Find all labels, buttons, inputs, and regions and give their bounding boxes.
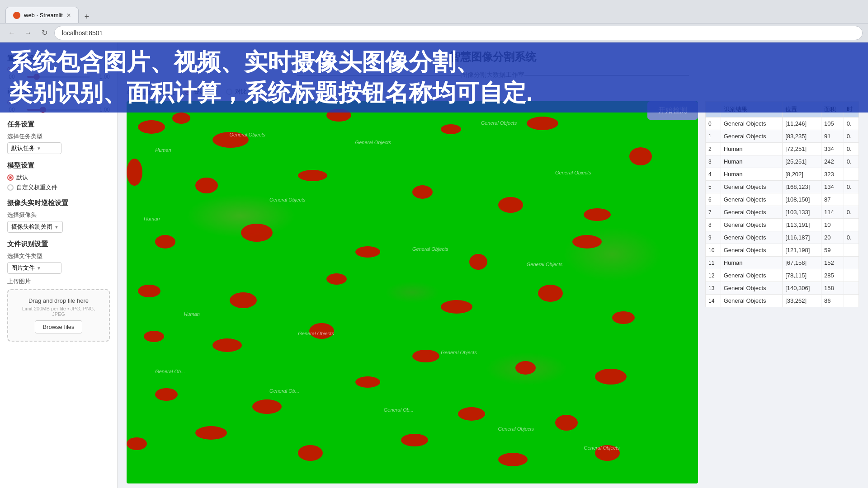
results-panel: 识别结果 位置 面积 时 0 General Objects [11,246] …	[705, 101, 859, 483]
task-dropdown[interactable]: 默认任务 ▼	[7, 142, 61, 154]
row-area: 10	[821, 219, 844, 231]
row-position: [140,306]	[783, 282, 821, 295]
iou-thumb[interactable]	[40, 107, 46, 113]
drag-drop-title: Drag and drop file here	[15, 297, 102, 304]
task-section-title: 任务设置	[7, 120, 110, 129]
file-type-arrow: ▼	[37, 266, 41, 271]
row-label: General Objects	[721, 244, 783, 257]
model-custom-radio[interactable]: 自定义权重文件	[7, 183, 110, 192]
row-index: 11	[706, 257, 721, 269]
confidence-value: 0.15	[7, 66, 110, 73]
detection-label: General Objects	[298, 331, 334, 336]
row-position: [33,262]	[783, 295, 821, 307]
file-type-dropdown[interactable]: 图片文件 ▼	[7, 262, 61, 274]
camera-dropdown-arrow: ▼	[54, 225, 59, 230]
tab-title: web · Streamlit	[24, 12, 63, 19]
row-position: [11,246]	[783, 117, 821, 130]
confidence-track[interactable]	[27, 76, 90, 78]
reload-btn[interactable]: ↻	[38, 27, 51, 39]
detection-label: General Objects	[412, 246, 448, 252]
table-row: 4 Human [8,202] 323	[706, 168, 859, 181]
iou-min: .00	[7, 107, 24, 113]
col-header-position: 位置	[783, 102, 821, 117]
row-position: [113,191]	[783, 219, 821, 231]
row-area: 86	[821, 295, 844, 307]
table-row: 8 General Objects [113,191] 10	[706, 219, 859, 231]
row-time: 0.	[844, 155, 859, 168]
task-select-label: 选择任务类型	[7, 132, 110, 141]
row-position: [72,251]	[783, 143, 821, 155]
detection-label: Human	[144, 216, 160, 221]
detection-label: General Ob...	[155, 369, 185, 374]
camera-section-title: 摄像头实时巡检设置	[7, 199, 110, 207]
table-row: 6 General Objects [108,150] 87	[706, 193, 859, 206]
row-area: 323	[821, 168, 844, 181]
model-default-radio-dot	[7, 174, 14, 181]
row-label: General Objects	[721, 181, 783, 193]
tab-close-btn[interactable]: ✕	[66, 12, 71, 19]
compare-radio-dot	[226, 89, 232, 95]
upload-zone[interactable]: Drag and drop file here Limit 200MB per …	[7, 289, 110, 342]
row-time: 0.	[844, 117, 859, 130]
display-settings: 单/双画面显示设置 叠加显示 对比显示	[118, 84, 868, 101]
detection-label: General Objects	[584, 445, 619, 450]
row-label: Human	[721, 257, 783, 269]
forward-btn[interactable]: →	[22, 27, 34, 39]
detect-btn[interactable]: 开始检测	[647, 101, 698, 120]
row-position: [168,123]	[783, 181, 821, 193]
row-index: 13	[706, 282, 721, 295]
model-custom-label: 自定义权重文件	[16, 183, 57, 192]
image-and-table: 开始检测 HumanGeneral ObjectsGeneral Objects…	[118, 101, 868, 488]
model-default-radio[interactable]: 默认	[7, 174, 110, 182]
table-row: 13 General Objects [140,306] 158	[706, 282, 859, 295]
detection-label: Human	[184, 311, 199, 317]
row-time	[844, 244, 859, 257]
results-tbody: 0 General Objects [11,246] 105 0. 1 Gene…	[706, 117, 859, 307]
overlay-radio-dot	[184, 89, 191, 95]
iou-section-title: iou设定	[7, 87, 110, 96]
back-btn[interactable]: ←	[5, 27, 18, 39]
row-position: [67,158]	[783, 257, 821, 269]
task-dropdown-value: 默认任务	[11, 144, 35, 152]
row-area: 114	[821, 206, 844, 219]
row-area: 285	[821, 269, 844, 282]
row-label: General Objects	[721, 130, 783, 143]
confidence-min: .00	[7, 74, 24, 80]
address-bar-row: ← → ↻ localhost:8501	[0, 23, 868, 42]
camera-detection-dropdown[interactable]: 摄像头检测关闭 ▼	[7, 221, 63, 233]
row-index: 6	[706, 193, 721, 206]
results-table: 识别结果 位置 面积 时 0 General Objects [11,246] …	[705, 101, 859, 307]
image-panel: 开始检测 HumanGeneral ObjectsGeneral Objects…	[127, 101, 698, 483]
browse-files-btn[interactable]: Browse files	[35, 320, 82, 333]
new-tab-btn[interactable]: +	[80, 10, 93, 23]
compare-radio[interactable]: 对比显示	[226, 88, 259, 96]
row-index: 2	[706, 143, 721, 155]
row-area: 242	[821, 155, 844, 168]
row-time: 0.	[844, 130, 859, 143]
address-bar[interactable]: localhost:8501	[54, 26, 863, 40]
detection-label: General Objects	[355, 140, 391, 145]
row-label: General Objects	[721, 282, 783, 295]
row-area: 59	[821, 244, 844, 257]
row-time: 0.	[844, 181, 859, 193]
file-type-label: 选择文件类型	[7, 252, 110, 260]
row-label: General Objects	[721, 206, 783, 219]
row-index: 4	[706, 168, 721, 181]
row-time	[844, 219, 859, 231]
table-row: 3 Human [25,251] 242 0.	[706, 155, 859, 168]
row-index: 10	[706, 244, 721, 257]
col-header-time: 时	[844, 102, 859, 117]
row-index: 5	[706, 181, 721, 193]
row-label: General Objects	[721, 193, 783, 206]
row-label: General Objects	[721, 117, 783, 130]
row-time: 0.	[844, 231, 859, 244]
col-header-result	[706, 102, 721, 117]
confidence-thumb[interactable]	[33, 74, 40, 80]
iou-track[interactable]	[27, 109, 90, 111]
detection-label: General Objects	[269, 197, 305, 202]
overlay-radio[interactable]: 叠加显示	[184, 88, 217, 96]
row-area: 91	[821, 130, 844, 143]
row-label: Human	[721, 143, 783, 155]
active-tab[interactable]: web · Streamlit ✕	[5, 7, 79, 23]
row-position: [8,202]	[783, 168, 821, 181]
